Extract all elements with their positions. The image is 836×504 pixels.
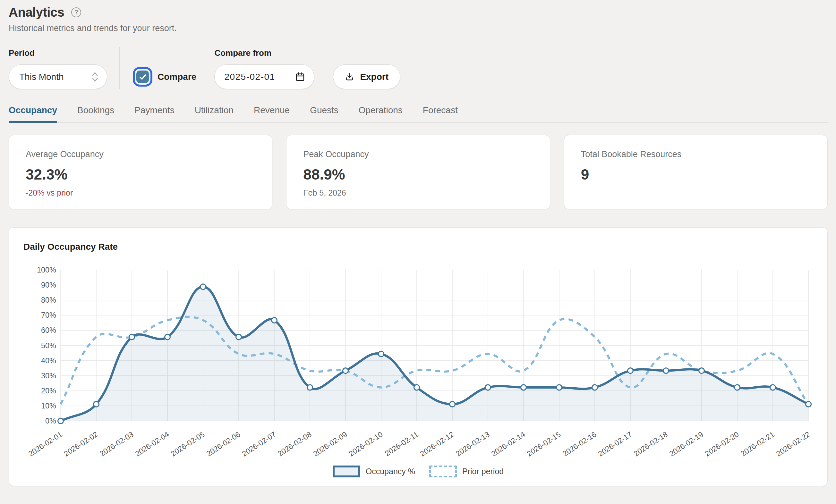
tab-payments[interactable]: Payments [134,105,174,123]
data-point-marker[interactable] [556,385,562,390]
page-title: Analytics [9,5,64,20]
svg-text:2026-02-05: 2026-02-05 [169,430,206,458]
help-icon[interactable]: ? [71,7,81,17]
period-label: Period [9,48,107,58]
data-point-marker[interactable] [521,385,527,390]
data-point-marker[interactable] [592,385,597,390]
svg-text:2026-02-20: 2026-02-20 [704,430,740,458]
stat-date: Feb 5, 2026 [303,188,533,197]
compare-from-date-input[interactable]: 2025-02-01 [214,64,315,89]
compare-from-label: Compare from [214,48,315,58]
data-point-marker[interactable] [806,402,811,407]
svg-text:2026-02-02: 2026-02-02 [62,430,99,458]
period-group: Period This Month [9,48,107,89]
svg-text:2026-02-04: 2026-02-04 [134,430,171,458]
tab-bar: Occupancy Bookings Payments Utilization … [9,105,828,123]
svg-text:2026-02-03: 2026-02-03 [98,430,135,458]
period-select[interactable]: This Month [9,64,107,89]
stat-label: Average Occupancy [26,150,255,159]
svg-text:2026-02-22: 2026-02-22 [775,430,812,458]
chart-y-labels: 0%10%20%30%40%50%60%70%80%90%100% [37,266,56,425]
stat-cards: Average Occupancy 32.3% -20% vs prior Pe… [9,135,828,209]
dashed-series-swatch-icon [429,466,457,478]
svg-text:2026-02-07: 2026-02-07 [241,430,278,458]
svg-text:2026-02-13: 2026-02-13 [454,430,491,458]
data-point-marker[interactable] [58,419,63,424]
data-point-marker[interactable] [307,385,313,390]
export-button[interactable]: Export [333,64,400,89]
chart-x-labels: 2026-02-012026-02-022026-02-032026-02-04… [27,430,812,458]
calendar-icon[interactable] [295,72,305,82]
tab-operations[interactable]: Operations [359,105,403,123]
stat-value: 9 [581,166,811,183]
compare-checkbox-label[interactable]: Compare [157,72,196,82]
svg-text:2026-02-19: 2026-02-19 [668,430,705,458]
stat-value: 32.3% [26,166,255,183]
data-point-marker[interactable] [94,402,99,407]
compare-checkbox[interactable] [136,71,149,83]
tab-utilization[interactable]: Utilization [195,105,233,123]
page-subtitle: Historical metrics and trends for your r… [9,23,828,33]
stat-label: Total Bookable Resources [581,150,811,159]
stat-card-total-resources: Total Bookable Resources 9 [564,135,828,209]
solid-series-swatch-icon [332,466,360,478]
compare-from-group: Compare from 2025-02-01 [214,48,315,89]
legend-item-prior[interactable]: Prior period [429,466,504,478]
data-point-marker[interactable] [129,334,135,340]
tab-bookings[interactable]: Bookings [77,105,114,123]
svg-text:2026-02-16: 2026-02-16 [561,430,598,458]
data-point-marker[interactable] [628,368,633,373]
occupancy-chart-svg: 0%10%20%30%40%50%60%70%80%90%100%2026-02… [9,257,827,465]
divider [323,57,323,89]
checkmark-icon [138,73,147,81]
data-point-marker[interactable] [272,317,277,323]
data-point-marker[interactable] [770,385,776,390]
tab-revenue[interactable]: Revenue [254,105,290,123]
svg-text:2026-02-12: 2026-02-12 [419,430,456,458]
svg-text:40%: 40% [41,356,56,365]
svg-text:2026-02-18: 2026-02-18 [632,430,669,458]
data-point-marker[interactable] [236,334,242,340]
svg-text:60%: 60% [41,326,56,334]
stat-card-average-occupancy: Average Occupancy 32.3% -20% vs prior [9,135,272,209]
svg-text:2026-02-15: 2026-02-15 [526,430,562,458]
tab-forecast[interactable]: Forecast [423,105,458,123]
data-point-marker[interactable] [414,385,420,390]
svg-text:50%: 50% [41,342,56,350]
chevron-up-down-icon [91,71,98,83]
data-point-marker[interactable] [486,385,491,390]
download-icon [345,72,354,81]
compare-from-date-value: 2025-02-01 [224,72,275,82]
tab-occupancy[interactable]: Occupancy [9,105,57,123]
chart-legend: Occupancy % Prior period [9,466,827,478]
data-point-marker[interactable] [699,368,704,373]
stat-delta: -20% vs prior [26,188,255,197]
data-point-marker[interactable] [450,402,455,407]
divider [119,47,120,89]
data-point-marker[interactable] [343,368,348,373]
data-point-marker[interactable] [165,334,170,340]
tab-guests[interactable]: Guests [310,105,339,123]
svg-text:2026-02-06: 2026-02-06 [205,430,242,458]
legend-item-occupancy[interactable]: Occupancy % [332,466,415,478]
svg-text:2026-02-14: 2026-02-14 [490,430,527,458]
stat-card-peak-occupancy: Peak Occupancy 88.9% Feb 5, 2026 [286,135,550,209]
svg-text:0%: 0% [45,417,56,425]
analytics-page: Analytics ? Historical metrics and trend… [0,0,836,486]
chart-area-fill [61,287,809,421]
svg-text:90%: 90% [41,281,56,289]
data-point-marker[interactable] [201,284,206,290]
compare-group: Compare [136,64,196,89]
svg-text:20%: 20% [41,387,56,395]
data-point-marker[interactable] [379,351,384,356]
svg-text:100%: 100% [37,266,56,274]
svg-text:10%: 10% [41,402,56,410]
period-select-value: This Month [19,72,64,82]
stat-value: 88.9% [303,166,533,183]
svg-text:2026-02-11: 2026-02-11 [383,430,420,458]
data-point-marker[interactable] [735,385,740,390]
svg-text:30%: 30% [41,372,56,380]
svg-text:2026-02-08: 2026-02-08 [276,430,313,458]
data-point-marker[interactable] [663,368,669,373]
svg-text:2026-02-01: 2026-02-01 [27,430,64,458]
